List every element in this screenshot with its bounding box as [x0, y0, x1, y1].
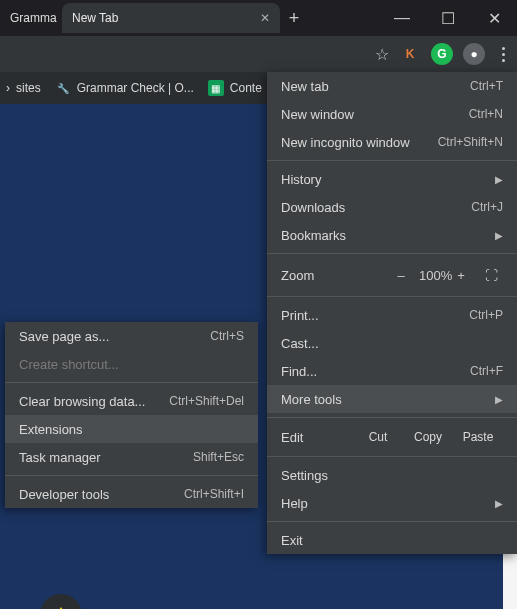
tab-title: Gramma [10, 11, 57, 25]
submenu-task-manager[interactable]: Task managerShift+Esc [5, 443, 258, 471]
chrome-menu: New tabCtrl+T New windowCtrl+N New incog… [267, 72, 517, 554]
bookmark-grammar-check[interactable]: 🔧 Grammar Check | O... [55, 80, 194, 96]
menu-history[interactable]: History▶ [267, 165, 517, 193]
close-window-button[interactable]: ✕ [471, 0, 517, 36]
menu-help[interactable]: Help▶ [267, 489, 517, 517]
menu-print[interactable]: Print...Ctrl+P [267, 301, 517, 329]
menu-find[interactable]: Find...Ctrl+F [267, 357, 517, 385]
minimize-button[interactable]: — [379, 0, 425, 36]
favicon: 🔧 [55, 80, 71, 96]
menu-more-tools[interactable]: More tools▶ [267, 385, 517, 413]
separator [267, 417, 517, 418]
menu-downloads[interactable]: DownloadsCtrl+J [267, 193, 517, 221]
menu-cast[interactable]: Cast... [267, 329, 517, 357]
menu-incognito[interactable]: New incognito windowCtrl+Shift+N [267, 128, 517, 156]
submenu-save-page[interactable]: Save page as...Ctrl+S [5, 322, 258, 350]
bookmark-star-icon[interactable]: ☆ [375, 45, 389, 64]
bookmark-label: sites [16, 81, 41, 95]
zoom-value: 100% [419, 268, 443, 283]
menu-zoom: Zoom – 100% + ⛶ [267, 258, 517, 292]
menu-kebab-icon[interactable] [495, 47, 511, 62]
favicon: ▦ [208, 80, 224, 96]
zoom-in-button[interactable]: + [449, 268, 473, 283]
chevron-right-icon: ▶ [495, 498, 503, 509]
shortcut-google-drive[interactable]: Google Drive [26, 594, 96, 609]
bookmark-sites[interactable]: ›sites [6, 81, 41, 95]
close-icon[interactable]: ✕ [260, 11, 270, 25]
separator [5, 475, 258, 476]
menu-new-window[interactable]: New windowCtrl+N [267, 100, 517, 128]
separator [267, 296, 517, 297]
edit-copy[interactable]: Copy [403, 430, 453, 444]
menu-new-tab[interactable]: New tabCtrl+T [267, 72, 517, 100]
fullscreen-icon[interactable]: ⛶ [479, 268, 503, 283]
toolbar: ☆ K G ● [0, 36, 517, 72]
submenu-clear-data[interactable]: Clear browsing data...Ctrl+Shift+Del [5, 387, 258, 415]
tab-strip: Gramma ✕ New Tab ✕ + — ☐ ✕ [0, 0, 517, 36]
separator [5, 382, 258, 383]
menu-settings[interactable]: Settings [267, 461, 517, 489]
menu-bookmarks[interactable]: Bookmarks▶ [267, 221, 517, 249]
more-tools-submenu: Save page as...Ctrl+S Create shortcut...… [5, 322, 258, 508]
maximize-button[interactable]: ☐ [425, 0, 471, 36]
bookmark-conte[interactable]: ▦ Conte [208, 80, 262, 96]
extension-k-icon[interactable]: K [399, 43, 421, 65]
tab-title: New Tab [72, 11, 118, 25]
submenu-extensions[interactable]: Extensions [5, 415, 258, 443]
window-controls: — ☐ ✕ [379, 0, 517, 36]
submenu-developer-tools[interactable]: Developer toolsCtrl+Shift+I [5, 480, 258, 508]
edit-cut[interactable]: Cut [353, 430, 403, 444]
tab-new-tab[interactable]: New Tab ✕ [62, 3, 280, 33]
menu-exit[interactable]: Exit [267, 526, 517, 554]
separator [267, 253, 517, 254]
menu-edit: Edit Cut Copy Paste [267, 422, 517, 452]
separator [267, 160, 517, 161]
chevron-right-icon: ▶ [495, 394, 503, 405]
profile-avatar[interactable]: ● [463, 43, 485, 65]
tab-grammar[interactable]: Gramma ✕ [0, 3, 62, 33]
separator [267, 456, 517, 457]
extension-grammarly-icon[interactable]: G [431, 43, 453, 65]
separator [267, 521, 517, 522]
bookmark-label: Conte [230, 81, 262, 95]
drive-icon [40, 594, 82, 609]
new-tab-button[interactable]: + [280, 4, 308, 32]
zoom-out-button[interactable]: – [389, 268, 413, 283]
submenu-create-shortcut: Create shortcut... [5, 350, 258, 378]
chevron-right-icon: ▶ [495, 174, 503, 185]
edit-paste[interactable]: Paste [453, 430, 503, 444]
bookmark-label: Grammar Check | O... [77, 81, 194, 95]
chevron-right-icon: ▶ [495, 230, 503, 241]
